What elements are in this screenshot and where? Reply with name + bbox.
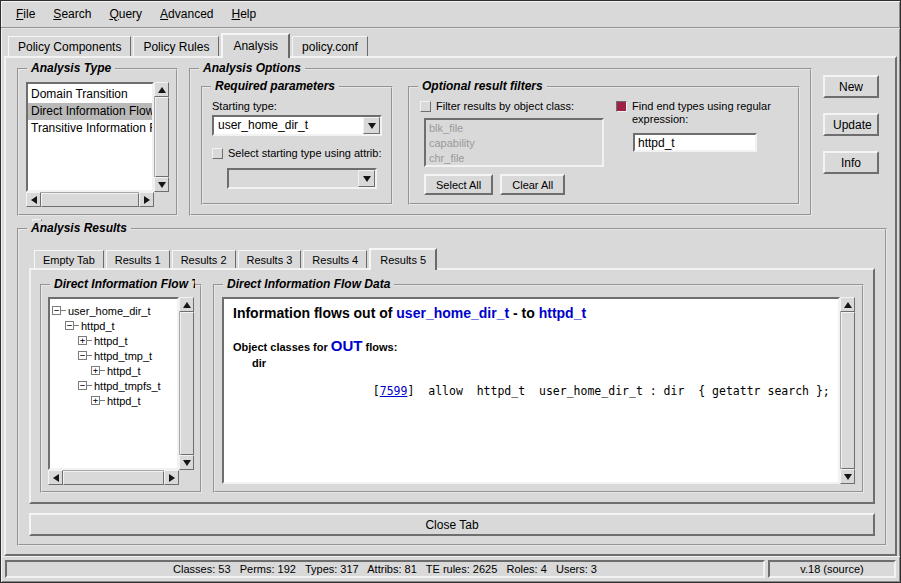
results-tab-bar: Empty Tab Results 1 Results 2 Results 3 …: [29, 244, 875, 268]
object-class-filter-checkbox[interactable]: [420, 101, 431, 112]
tree-node-label[interactable]: httpd_t: [105, 365, 141, 377]
analysis-type-vscrollbar[interactable]: [154, 82, 169, 192]
tree-node[interactable]: +httpd_t: [52, 393, 175, 408]
tree-node-label[interactable]: httpd_t: [105, 395, 141, 407]
analysis-type-listbox[interactable]: Domain Transition Direct Information Flo…: [26, 82, 154, 192]
scrollbar-thumb[interactable]: [841, 312, 855, 469]
left-arrow-icon: [31, 196, 37, 204]
tree-hscrollbar[interactable]: [48, 470, 179, 485]
scroll-left-button[interactable]: [48, 470, 63, 485]
down-arrow-icon: [844, 474, 852, 480]
scrollbar-thumb[interactable]: [63, 471, 164, 485]
attrib-checkbox[interactable]: [212, 148, 223, 159]
collapse-icon[interactable]: −: [78, 351, 87, 360]
combobox-dropdown-button[interactable]: [363, 117, 380, 134]
tree-vscrollbar[interactable]: [179, 297, 194, 470]
clear-all-button[interactable]: Clear All: [500, 174, 565, 195]
tree-node[interactable]: +httpd_t: [52, 333, 175, 348]
required-parameters-group: Required parameters Starting type: user_…: [201, 86, 393, 205]
scrollbar-thumb[interactable]: [41, 193, 139, 207]
tab-results-4[interactable]: Results 4: [303, 250, 367, 268]
collapse-icon[interactable]: −: [78, 381, 87, 390]
tree-node[interactable]: −httpd_tmp_t: [52, 348, 175, 363]
collapse-icon[interactable]: −: [52, 306, 61, 315]
tab-empty-tab[interactable]: Empty Tab: [34, 250, 104, 268]
up-arrow-icon: [844, 302, 852, 308]
tree-node[interactable]: +httpd_t: [52, 363, 175, 378]
tab-policy-rules[interactable]: Policy Rules: [133, 36, 219, 56]
menu-search[interactable]: Search: [44, 3, 100, 25]
tab-policy-conf[interactable]: policy.conf: [292, 36, 368, 56]
scroll-down-button[interactable]: [840, 469, 855, 484]
scroll-right-button[interactable]: [164, 470, 179, 485]
scroll-down-button[interactable]: [179, 455, 194, 470]
object-class-listbox[interactable]: blk_file capability chr_file: [424, 118, 604, 167]
collapse-icon[interactable]: −: [65, 321, 74, 330]
select-all-button[interactable]: Select All: [424, 174, 493, 195]
tree-node-label[interactable]: httpd_tmp_t: [92, 350, 152, 362]
tree-node[interactable]: −user_home_dir_t: [52, 303, 175, 318]
expand-icon[interactable]: +: [91, 366, 100, 375]
analysis-type-option-selected[interactable]: Direct Information Flow: [28, 103, 152, 120]
results-frame: Direct Information Flow T −user_home_dir…: [29, 268, 875, 504]
tree-node[interactable]: −httpd_t: [52, 318, 175, 333]
menu-bar: File Search Query Advanced Help: [1, 1, 900, 29]
up-arrow-icon: [158, 87, 166, 93]
tab-results-1[interactable]: Results 1: [106, 250, 170, 268]
flow-direction: OUT: [331, 337, 363, 354]
scrollbar-thumb[interactable]: [180, 312, 194, 455]
tab-analysis[interactable]: Analysis: [221, 33, 290, 58]
scroll-up-button[interactable]: [154, 82, 169, 97]
up-arrow-icon: [183, 302, 191, 308]
scroll-left-button[interactable]: [26, 192, 41, 207]
scrollbar-trough[interactable]: [840, 312, 855, 469]
status-bar: Classes: 53 Perms: 192 Types: 317 Attrib…: [1, 556, 900, 582]
tree-node-label[interactable]: httpd_t: [79, 320, 115, 332]
scrollbar-trough[interactable]: [154, 97, 169, 177]
info-button[interactable]: Info: [823, 151, 879, 174]
scrollbar-trough[interactable]: [41, 192, 139, 207]
scroll-right-button[interactable]: [139, 192, 154, 207]
menu-query[interactable]: Query: [100, 3, 151, 25]
tab-results-2[interactable]: Results 2: [172, 250, 236, 268]
scroll-down-button[interactable]: [154, 177, 169, 192]
tree-node-label[interactable]: httpd_t: [92, 335, 128, 347]
analysis-type-hscrollbar[interactable]: [26, 192, 154, 207]
expand-icon[interactable]: +: [78, 336, 87, 345]
tab-policy-components[interactable]: Policy Components: [8, 36, 131, 56]
menu-help[interactable]: Help: [222, 3, 265, 25]
optional-filters-title: Optional result filters: [418, 79, 547, 93]
analysis-type-option[interactable]: Domain Transition: [28, 86, 152, 103]
attrib-combobox[interactable]: [227, 168, 377, 189]
flow-tree[interactable]: −user_home_dir_t−httpd_t+httpd_t−httpd_t…: [48, 297, 179, 470]
scroll-up-button[interactable]: [840, 297, 855, 312]
close-tab-button[interactable]: Close Tab: [29, 513, 875, 536]
regex-checkbox[interactable]: [616, 101, 627, 112]
flow-results-text[interactable]: Information flows out of user_home_dir_t…: [222, 297, 840, 484]
scrollbar-thumb[interactable]: [155, 97, 169, 177]
menu-advanced[interactable]: Advanced: [151, 3, 222, 25]
tree-node-label[interactable]: user_home_dir_t: [66, 305, 151, 317]
tab-results-3[interactable]: Results 3: [238, 250, 302, 268]
combobox-dropdown-button[interactable]: [358, 170, 375, 187]
regex-input[interactable]: [633, 133, 757, 152]
expand-icon[interactable]: +: [91, 396, 100, 405]
flow-heading: Information flows out of user_home_dir_t…: [233, 305, 829, 321]
scrollbar-trough[interactable]: [63, 470, 164, 485]
new-button[interactable]: New: [823, 75, 879, 98]
tab-results-5[interactable]: Results 5: [369, 248, 437, 270]
flow-tree-group: Direct Information Flow T −user_home_dir…: [40, 284, 202, 493]
scrollbar-trough[interactable]: [179, 312, 194, 455]
menu-file[interactable]: File: [7, 3, 44, 25]
rule-id-link[interactable]: 7599: [380, 384, 408, 398]
analysis-type-option[interactable]: Transitive Information Flow: [28, 120, 152, 137]
tree-node-label[interactable]: httpd_tmpfs_t: [92, 380, 161, 392]
starting-type-combobox[interactable]: user_home_dir_t: [212, 115, 382, 136]
tree-node[interactable]: −httpd_tmpfs_t: [52, 378, 175, 393]
scroll-up-button[interactable]: [179, 297, 194, 312]
data-vscrollbar[interactable]: [840, 297, 855, 484]
update-button[interactable]: Update: [823, 113, 879, 136]
object-class-item: chr_file: [429, 151, 599, 166]
required-parameters-title: Required parameters: [211, 79, 339, 93]
object-class-item: capability: [429, 136, 599, 151]
